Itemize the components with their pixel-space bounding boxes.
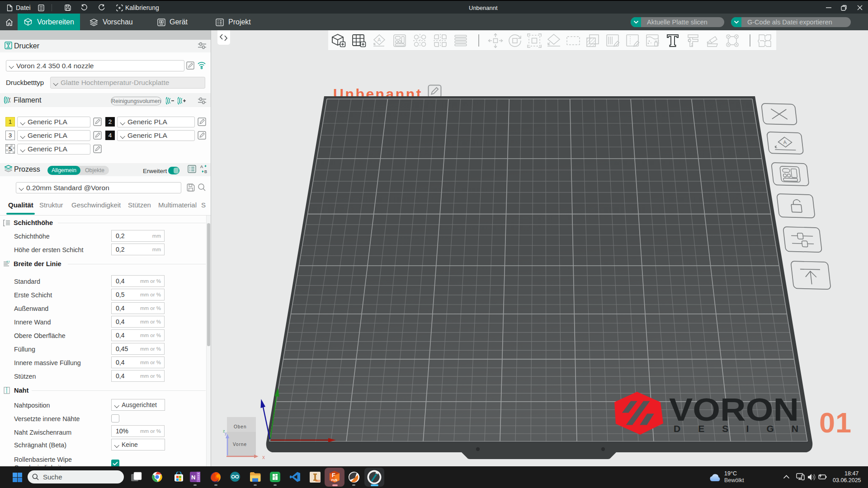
- svg-text:x: x: [262, 454, 265, 460]
- svg-text:Vorne: Vorne: [233, 442, 247, 447]
- svg-text:A: A: [783, 139, 787, 145]
- svg-text:N: N: [191, 474, 195, 481]
- svg-text:F: F: [332, 472, 335, 479]
- svg-text:Oben: Oben: [234, 424, 246, 429]
- svg-text:VORON: VORON: [669, 392, 799, 427]
- svg-text:DB3: DB3: [316, 479, 320, 482]
- svg-text:y: y: [225, 431, 227, 436]
- svg-text:FUS: FUS: [331, 479, 338, 482]
